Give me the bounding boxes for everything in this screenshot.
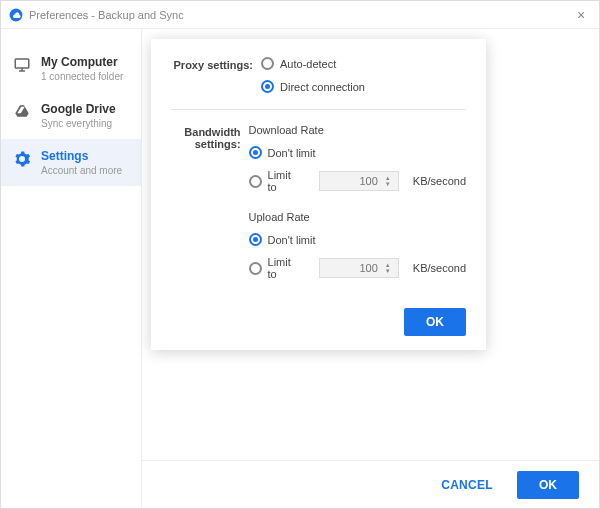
sidebar: My Computer 1 connected folder Google Dr… [1, 29, 141, 508]
window-title: Preferences - Backup and Sync [29, 9, 184, 21]
upload-limit-input[interactable]: 100 ▲▼ [319, 258, 398, 278]
upload-limit-value: 100 [359, 262, 377, 274]
upload-limit-unit: KB/second [413, 262, 466, 274]
network-settings-dialog: Proxy settings: Auto-detect Direct conne… [151, 39, 486, 350]
upload-limit-option[interactable]: Limit to 100 ▲▼ KB/second [249, 256, 466, 280]
download-limit-input[interactable]: 100 ▲▼ [319, 171, 398, 191]
svg-rect-1 [15, 59, 29, 68]
bandwidth-settings-label: Bandwidth settings: [171, 124, 249, 150]
sidebar-item-subtitle: Account and more [41, 165, 122, 176]
dialog-ok-button[interactable]: OK [404, 308, 466, 336]
sidebar-item-title: Google Drive [41, 102, 116, 116]
proxy-direct-connection-option[interactable]: Direct connection [261, 80, 466, 93]
upload-dont-limit-option[interactable]: Don't limit [249, 233, 466, 246]
radio-icon [261, 57, 274, 70]
spinner-icon[interactable]: ▲▼ [382, 175, 394, 187]
radio-label: Don't limit [268, 234, 316, 246]
sidebar-item-title: Settings [41, 149, 122, 163]
radio-icon [249, 146, 262, 159]
gear-icon [13, 150, 31, 168]
download-rate-heading: Download Rate [249, 124, 466, 136]
close-icon[interactable]: × [571, 7, 591, 23]
cancel-button[interactable]: CANCEL [441, 478, 493, 492]
drive-icon [13, 103, 31, 121]
sidebar-item-settings[interactable]: Settings Account and more [1, 139, 141, 186]
upload-rate-heading: Upload Rate [249, 211, 466, 223]
sidebar-item-subtitle: Sync everything [41, 118, 116, 129]
main-footer: CANCEL OK [142, 460, 599, 508]
sidebar-item-title: My Computer [41, 55, 123, 69]
download-limit-unit: KB/second [413, 175, 466, 187]
radio-icon [249, 262, 262, 275]
titlebar: Preferences - Backup and Sync × [1, 1, 599, 29]
radio-label: Auto-detect [280, 58, 336, 70]
sidebar-item-subtitle: 1 connected folder [41, 71, 123, 82]
monitor-icon [13, 56, 31, 74]
download-limit-option[interactable]: Limit to 100 ▲▼ KB/second [249, 169, 466, 193]
sidebar-item-my-computer[interactable]: My Computer 1 connected folder [1, 45, 141, 92]
proxy-settings-label: Proxy settings: [171, 57, 261, 71]
spinner-icon[interactable]: ▲▼ [382, 262, 394, 274]
radio-icon [261, 80, 274, 93]
radio-label: Limit to [268, 256, 300, 280]
radio-label: Limit to [268, 169, 300, 193]
radio-label: Direct connection [280, 81, 365, 93]
download-dont-limit-option[interactable]: Don't limit [249, 146, 466, 159]
divider [171, 109, 466, 110]
ok-button[interactable]: OK [517, 471, 579, 499]
radio-label: Don't limit [268, 147, 316, 159]
app-icon [9, 8, 23, 22]
download-limit-value: 100 [359, 175, 377, 187]
radio-icon [249, 233, 262, 246]
proxy-auto-detect-option[interactable]: Auto-detect [261, 57, 466, 70]
radio-icon [249, 175, 262, 188]
sidebar-item-google-drive[interactable]: Google Drive Sync everything [1, 92, 141, 139]
